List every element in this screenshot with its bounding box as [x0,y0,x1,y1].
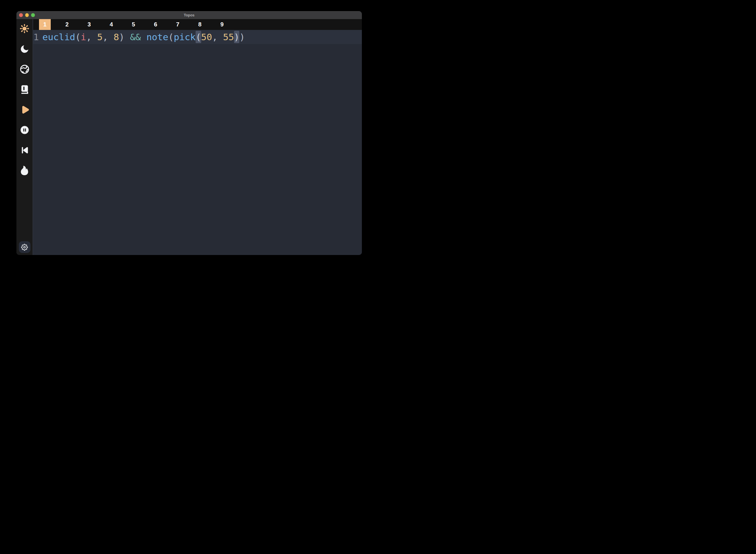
tab-7[interactable]: 7 [172,19,184,30]
globe-icon [19,64,30,74]
code-line: euclid(i, 5, 8) && note(pick(50, 55)) [43,32,245,42]
tab-2[interactable]: 2 [61,19,73,30]
sun-icon [19,23,29,34]
tab-6[interactable]: 6 [150,19,162,30]
code-token: 55 [223,32,234,42]
matched-bracket: ) [234,31,240,43]
code-token: , [103,32,114,42]
globe-button[interactable] [19,64,30,74]
line-number: 1 [33,32,39,42]
docs-button[interactable] [19,84,30,95]
tab-9[interactable]: 9 [216,19,228,30]
dark-theme-button[interactable] [19,44,30,54]
tab-4[interactable]: 4 [106,19,117,30]
skip-back-button[interactable] [19,145,30,155]
play-button[interactable] [19,105,30,115]
tab-1[interactable]: 1 [39,19,51,30]
tab-bar: 123456789 [33,19,362,30]
code-token: euclid [43,32,75,42]
code-token: 8 [114,32,119,42]
flame-button[interactable] [19,165,30,175]
code-token: ) [239,32,245,42]
pause-button[interactable] [19,125,30,135]
pause-icon [20,125,29,135]
code-token: 5 [97,32,103,42]
matched-bracket: ( [196,31,201,43]
gear-icon [21,244,28,251]
code-token: pick [174,32,196,42]
code-token: i [81,32,86,42]
titlebar[interactable]: Topos [16,11,362,19]
window-title: Topos [16,13,362,17]
window-body: 123456789 1 euclid(i, 5, 8) && note(pick… [16,19,362,255]
app-window: Topos [16,11,362,255]
tab-8[interactable]: 8 [194,19,206,30]
code-token: note [146,32,168,42]
code-token: && [130,32,141,42]
code-token [125,32,130,42]
code-token: ( [75,32,81,42]
tab-3[interactable]: 3 [83,19,95,30]
code-token: 50 [201,32,212,42]
main-area: 123456789 1 euclid(i, 5, 8) && note(pick… [33,19,362,255]
sidebar [16,19,33,255]
skip-back-icon [20,145,29,155]
code-token: ) [119,32,125,42]
book-icon [19,84,30,95]
play-icon [19,105,30,115]
light-theme-button[interactable] [19,23,30,34]
code-token [141,32,147,42]
moon-icon [20,44,29,54]
settings-button[interactable] [19,241,30,253]
code-token: , [212,32,223,42]
code-token: ( [168,32,174,42]
code-token: , [86,32,97,42]
tab-5[interactable]: 5 [128,19,139,30]
active-line: 1 euclid(i, 5, 8) && note(pick(50, 55)) [33,30,362,44]
code-editor[interactable]: 1 euclid(i, 5, 8) && note(pick(50, 55)) [33,30,362,255]
flame-icon [20,166,29,175]
